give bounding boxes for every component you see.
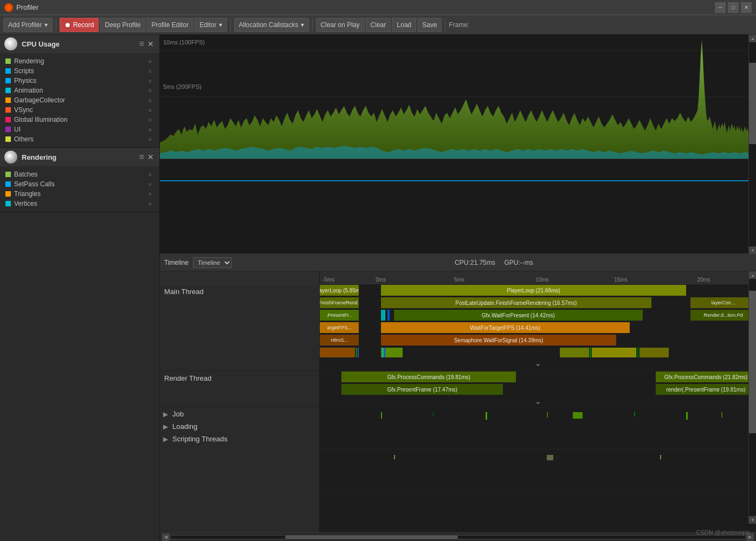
- bar-gfx-present-left[interactable]: Gfx.PresentFrame (17.47ms): [341, 384, 503, 395]
- bar-playerloop-right[interactable]: PlayerLoop (21.66ms): [381, 285, 687, 296]
- render-thread-expand-arrow[interactable]: ⌄: [534, 396, 541, 406]
- save-label: Save: [422, 21, 437, 29]
- time-mark-5: 5ms: [454, 277, 464, 283]
- minimize-button[interactable]: ─: [715, 2, 726, 13]
- legend-drag-gi[interactable]: ≡: [148, 117, 152, 123]
- save-button[interactable]: Save: [417, 18, 442, 32]
- legend-drag-others[interactable]: ≡: [148, 136, 152, 142]
- close-button[interactable]: ✕: [741, 2, 752, 13]
- bar-gfx-present-right[interactable]: render(.PresentFrame (19.81ms): [656, 384, 756, 395]
- rendering-module-menu-icon[interactable]: ≡: [139, 152, 144, 162]
- legend-drag-gc[interactable]: ≡: [148, 97, 152, 103]
- record-button[interactable]: ⏺ Record: [60, 18, 99, 32]
- bar-cyan-2[interactable]: [387, 310, 390, 321]
- bar-gfx-process-left[interactable]: Gfx.ProcessCommands (19.81ms): [341, 371, 516, 382]
- loading-expand-icon[interactable]: ▶: [163, 423, 168, 431]
- scroll-left-button[interactable]: ◀: [162, 533, 170, 541]
- legend-drag-ui[interactable]: ≡: [148, 127, 152, 133]
- toolbar-separator-4: [445, 18, 445, 31]
- legend-color-vsync: [5, 107, 11, 113]
- editor-button[interactable]: Editor ▾: [195, 18, 227, 32]
- cpu-module-close-button[interactable]: ✕: [146, 40, 155, 48]
- bar-layercon[interactable]: layerCon...: [690, 297, 756, 308]
- cpu-module-menu-icon[interactable]: ≡: [139, 39, 144, 49]
- small-bar-1: [320, 348, 355, 357]
- cpu-stat: CPU:21.75ms: [455, 259, 495, 266]
- legend-label-ui: UI: [14, 126, 21, 133]
- legend-label-vertices: Vertices: [14, 200, 37, 207]
- rendering-module-title: Rendering: [22, 153, 56, 161]
- timeline-dropdown[interactable]: Timeline: [193, 257, 232, 268]
- toolbar-separator-3: [312, 18, 313, 31]
- legend-triangles: Triangles ≡: [5, 189, 154, 199]
- toolbar: Add Profiler ▾ ⏺ Record Deep Profile Pro…: [0, 15, 756, 35]
- legend-drag-vertices[interactable]: ≡: [148, 201, 152, 207]
- legend-vsync: VSync ≡: [5, 105, 154, 115]
- legend-drag-physics[interactable]: ≡: [148, 78, 152, 84]
- render-thread-bars: Gfx.ProcessCommands (19.81ms) Gfx.Proces…: [320, 371, 756, 408]
- scripting-thread-label: ▶ Scripting Threads: [160, 433, 320, 445]
- legend-drag-animation[interactable]: ≡: [148, 88, 152, 94]
- bar-targetfps-left[interactable]: argetFPS...: [320, 322, 359, 333]
- chart-scrollbar[interactable]: ▲ ▼: [748, 35, 756, 254]
- chart-label-5ms: 5ms (200FPS): [163, 83, 202, 90]
- legend-drag-triangles[interactable]: ≡: [148, 191, 152, 197]
- bar-cyan-1[interactable]: [381, 310, 385, 321]
- main-row-5: nttroS... Semaphore.WaitForSignal (14.39…: [320, 334, 756, 346]
- bar-semaphore[interactable]: Semaphore.WaitForSignal (14.39ms): [381, 335, 617, 346]
- main-thread-bars: PlayerLoop (5.85ms) PlayerLoop (21.66ms)…: [320, 284, 756, 371]
- profile-editor-button[interactable]: Profile Editor: [146, 18, 193, 32]
- cpu-chart: 10ms (100FPS) 5ms (200FPS): [160, 35, 756, 159]
- legend-color-gi: [5, 117, 11, 122]
- scrollbar-down-button[interactable]: ▼: [749, 246, 756, 254]
- bar-semaphore-left[interactable]: nttroS...: [320, 335, 359, 346]
- clear-on-play-label: Clear on Play: [321, 21, 360, 29]
- allocation-callstacks-button[interactable]: Allocation Callstacks ▾: [234, 18, 309, 32]
- cpu-legend: Rendering ≡ Scripts ≡ Physics ≡ Animatio…: [0, 53, 159, 147]
- clear-button[interactable]: Clear: [366, 18, 391, 32]
- timeline-scroll-up[interactable]: ▲: [749, 271, 756, 279]
- legend-drag-batches[interactable]: ≡: [148, 172, 152, 178]
- main-thread-expand-arrow[interactable]: ⌄: [534, 358, 541, 368]
- deep-profile-button[interactable]: Deep Profile: [100, 18, 145, 32]
- maximize-button[interactable]: □: [728, 2, 739, 13]
- bar-postlate[interactable]: PostLateUpdate.FinishFrameRendering (16.…: [381, 297, 651, 308]
- bar-playerloop-left[interactable]: PlayerLoop (5.85ms): [320, 285, 359, 296]
- rendering-module-close-button[interactable]: ✕: [146, 153, 155, 161]
- legend-drag-setpass[interactable]: ≡: [148, 181, 152, 187]
- legend-color-setpass: [5, 181, 11, 187]
- add-profiler-button[interactable]: Add Profiler ▾: [3, 18, 53, 32]
- legend-drag-vsync[interactable]: ≡: [148, 107, 152, 113]
- add-profiler-dropdown-icon: ▾: [44, 21, 48, 29]
- clear-on-play-button[interactable]: Clear on Play: [316, 18, 365, 32]
- scrollbar-up-button[interactable]: ▲: [749, 35, 756, 42]
- bar-render-action[interactable]: Render.d...tion.Pd: [690, 310, 756, 321]
- legend-drag-rendering[interactable]: ≡: [148, 58, 152, 64]
- main-thread-label-area: Main Thread: [160, 284, 319, 371]
- timeline-header: Timeline Timeline CPU:21.75ms GPU:--ms: [160, 254, 756, 271]
- small-bar-2: [356, 348, 357, 357]
- scripting-expand-icon[interactable]: ▶: [163, 435, 168, 443]
- bar-waitfps[interactable]: WaitForTargetFPS (14.41ms): [381, 322, 630, 333]
- scripting-bars: [320, 491, 756, 532]
- app-icon: [4, 3, 13, 12]
- bar-finishframe-left[interactable]: .FinishFrameRend...: [320, 297, 359, 308]
- legend-drag-scripts[interactable]: ≡: [148, 68, 152, 74]
- bar-presentfr-left[interactable]: .PresentFr...: [320, 310, 359, 321]
- load-button[interactable]: Load: [392, 18, 416, 32]
- timeline-scroll-thumb[interactable]: [749, 291, 756, 433]
- h-scroll-track[interactable]: [170, 535, 746, 539]
- legend-color-ui: [5, 127, 11, 132]
- timeline-scroll-track: [749, 279, 756, 516]
- job-bar-3: [486, 412, 487, 420]
- bar-gfx-process-right[interactable]: Gfx.ProcessCommands (21.82ms): [656, 371, 756, 382]
- job-expand-icon[interactable]: ▶: [163, 410, 168, 418]
- legend-color-scripts: [5, 68, 11, 74]
- allocation-callstacks-label: Allocation Callstacks: [239, 21, 299, 29]
- bar-gfx-wait[interactable]: Gfx.WaitForPresent (14.42ms): [394, 310, 643, 321]
- timeline-scroll-down[interactable]: ▼: [749, 516, 756, 524]
- scrollbar-thumb[interactable]: [749, 63, 756, 145]
- timeline-scrollbar-v[interactable]: ▲ ▼: [748, 271, 756, 524]
- clear-label: Clear: [371, 21, 386, 29]
- h-scroll-thumb[interactable]: [285, 536, 458, 539]
